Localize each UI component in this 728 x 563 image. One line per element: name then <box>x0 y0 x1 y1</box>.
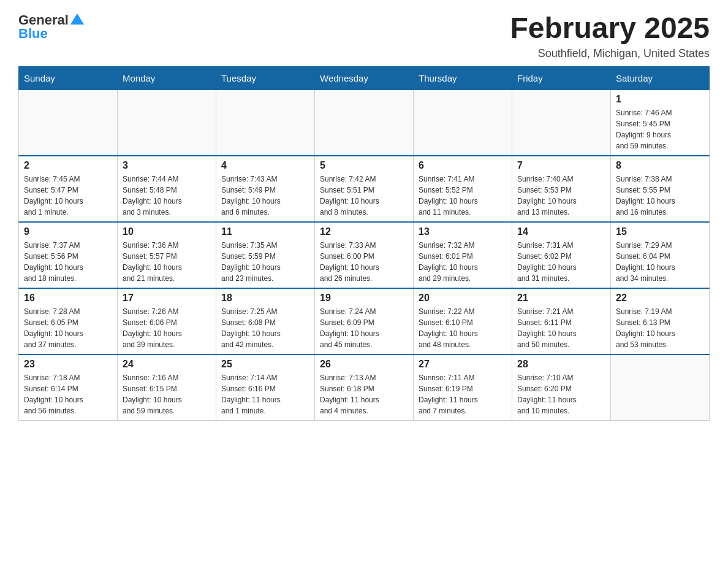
calendar-week-row: 1Sunrise: 7:46 AMSunset: 5:45 PMDaylight… <box>19 90 710 156</box>
logo-blue-text: Blue <box>18 26 48 42</box>
calendar-cell: 20Sunrise: 7:22 AMSunset: 6:10 PMDayligh… <box>414 288 512 354</box>
calendar-cell: 16Sunrise: 7:28 AMSunset: 6:05 PMDayligh… <box>19 288 118 354</box>
calendar-cell: 24Sunrise: 7:16 AMSunset: 6:15 PMDayligh… <box>118 354 216 421</box>
calendar-cell: 13Sunrise: 7:32 AMSunset: 6:01 PMDayligh… <box>414 222 512 288</box>
month-title: February 2025 <box>510 12 710 45</box>
day-number: 12 <box>320 226 408 237</box>
weekday-header-monday: Monday <box>118 66 216 90</box>
day-info: Sunrise: 7:40 AMSunset: 5:53 PMDaylight:… <box>517 174 605 218</box>
logo-triangle-icon <box>70 12 84 26</box>
day-number: 22 <box>616 293 704 304</box>
day-info: Sunrise: 7:19 AMSunset: 6:13 PMDaylight:… <box>616 306 704 350</box>
day-number: 24 <box>123 359 211 370</box>
calendar-week-row: 9Sunrise: 7:37 AMSunset: 5:56 PMDaylight… <box>19 222 710 288</box>
day-number: 6 <box>419 160 507 171</box>
day-number: 21 <box>517 293 605 304</box>
calendar-cell: 14Sunrise: 7:31 AMSunset: 6:02 PMDayligh… <box>512 222 611 288</box>
day-info: Sunrise: 7:37 AMSunset: 5:56 PMDaylight:… <box>24 240 112 284</box>
calendar-cell: 26Sunrise: 7:13 AMSunset: 6:18 PMDayligh… <box>315 354 414 421</box>
calendar-cell: 5Sunrise: 7:42 AMSunset: 5:51 PMDaylight… <box>315 156 414 222</box>
day-number: 23 <box>24 359 112 370</box>
day-info: Sunrise: 7:46 AMSunset: 5:45 PMDaylight:… <box>616 107 704 151</box>
day-info: Sunrise: 7:43 AMSunset: 5:49 PMDaylight:… <box>221 174 309 218</box>
day-number: 7 <box>517 160 605 171</box>
day-info: Sunrise: 7:44 AMSunset: 5:48 PMDaylight:… <box>123 174 211 218</box>
calendar-cell: 28Sunrise: 7:10 AMSunset: 6:20 PMDayligh… <box>512 354 611 421</box>
calendar-week-row: 2Sunrise: 7:45 AMSunset: 5:47 PMDaylight… <box>19 156 710 222</box>
page-header: General Blue February 2025 Southfield, M… <box>18 12 710 60</box>
calendar-cell: 3Sunrise: 7:44 AMSunset: 5:48 PMDaylight… <box>118 156 216 222</box>
day-number: 14 <box>517 226 605 237</box>
calendar-cell: 23Sunrise: 7:18 AMSunset: 6:14 PMDayligh… <box>19 354 118 421</box>
weekday-header-friday: Friday <box>512 66 611 90</box>
title-block: February 2025 Southfield, Michigan, Unit… <box>510 12 710 60</box>
day-info: Sunrise: 7:22 AMSunset: 6:10 PMDaylight:… <box>419 306 507 350</box>
day-number: 26 <box>320 359 408 370</box>
day-info: Sunrise: 7:45 AMSunset: 5:47 PMDaylight:… <box>24 174 112 218</box>
day-number: 10 <box>123 226 211 237</box>
day-info: Sunrise: 7:41 AMSunset: 5:52 PMDaylight:… <box>419 174 507 218</box>
day-info: Sunrise: 7:42 AMSunset: 5:51 PMDaylight:… <box>320 174 408 218</box>
day-info: Sunrise: 7:13 AMSunset: 6:18 PMDaylight:… <box>320 372 408 416</box>
day-info: Sunrise: 7:29 AMSunset: 6:04 PMDaylight:… <box>616 240 704 284</box>
calendar-cell: 17Sunrise: 7:26 AMSunset: 6:06 PMDayligh… <box>118 288 216 354</box>
day-info: Sunrise: 7:24 AMSunset: 6:09 PMDaylight:… <box>320 306 408 350</box>
day-info: Sunrise: 7:26 AMSunset: 6:06 PMDaylight:… <box>123 306 211 350</box>
day-info: Sunrise: 7:10 AMSunset: 6:20 PMDaylight:… <box>517 372 605 416</box>
calendar-cell <box>216 90 315 156</box>
day-number: 27 <box>419 359 507 370</box>
calendar-cell: 21Sunrise: 7:21 AMSunset: 6:11 PMDayligh… <box>512 288 611 354</box>
calendar-cell <box>118 90 216 156</box>
day-number: 8 <box>616 160 704 171</box>
day-info: Sunrise: 7:28 AMSunset: 6:05 PMDaylight:… <box>24 306 112 350</box>
calendar-cell: 8Sunrise: 7:38 AMSunset: 5:55 PMDaylight… <box>611 156 710 222</box>
day-info: Sunrise: 7:18 AMSunset: 6:14 PMDaylight:… <box>24 372 112 416</box>
calendar-cell <box>611 354 710 421</box>
day-info: Sunrise: 7:31 AMSunset: 6:02 PMDaylight:… <box>517 240 605 284</box>
day-number: 18 <box>221 293 309 304</box>
day-number: 15 <box>616 226 704 237</box>
calendar-cell <box>414 90 512 156</box>
day-info: Sunrise: 7:16 AMSunset: 6:15 PMDaylight:… <box>123 372 211 416</box>
day-number: 4 <box>221 160 309 171</box>
calendar-cell: 10Sunrise: 7:36 AMSunset: 5:57 PMDayligh… <box>118 222 216 288</box>
svg-marker-0 <box>70 13 84 25</box>
day-number: 3 <box>123 160 211 171</box>
day-number: 11 <box>221 226 309 237</box>
day-info: Sunrise: 7:32 AMSunset: 6:01 PMDaylight:… <box>419 240 507 284</box>
day-number: 25 <box>221 359 309 370</box>
day-number: 9 <box>24 226 112 237</box>
day-number: 2 <box>24 160 112 171</box>
weekday-header-tuesday: Tuesday <box>216 66 315 90</box>
calendar-cell: 22Sunrise: 7:19 AMSunset: 6:13 PMDayligh… <box>611 288 710 354</box>
calendar-week-row: 23Sunrise: 7:18 AMSunset: 6:14 PMDayligh… <box>19 354 710 421</box>
calendar-cell: 12Sunrise: 7:33 AMSunset: 6:00 PMDayligh… <box>315 222 414 288</box>
logo: General Blue <box>18 12 84 42</box>
day-info: Sunrise: 7:25 AMSunset: 6:08 PMDaylight:… <box>221 306 309 350</box>
calendar-cell: 1Sunrise: 7:46 AMSunset: 5:45 PMDaylight… <box>611 90 710 156</box>
calendar-cell <box>512 90 611 156</box>
day-number: 16 <box>24 293 112 304</box>
weekday-header-sunday: Sunday <box>19 66 118 90</box>
calendar-cell: 25Sunrise: 7:14 AMSunset: 6:16 PMDayligh… <box>216 354 315 421</box>
location-subtitle: Southfield, Michigan, United States <box>510 47 710 60</box>
day-info: Sunrise: 7:21 AMSunset: 6:11 PMDaylight:… <box>517 306 605 350</box>
day-number: 17 <box>123 293 211 304</box>
calendar-cell: 15Sunrise: 7:29 AMSunset: 6:04 PMDayligh… <box>611 222 710 288</box>
day-info: Sunrise: 7:35 AMSunset: 5:59 PMDaylight:… <box>221 240 309 284</box>
day-info: Sunrise: 7:33 AMSunset: 6:00 PMDaylight:… <box>320 240 408 284</box>
weekday-header-row: SundayMondayTuesdayWednesdayThursdayFrid… <box>19 66 710 90</box>
calendar-cell: 9Sunrise: 7:37 AMSunset: 5:56 PMDaylight… <box>19 222 118 288</box>
weekday-header-thursday: Thursday <box>414 66 512 90</box>
day-info: Sunrise: 7:38 AMSunset: 5:55 PMDaylight:… <box>616 174 704 218</box>
calendar-cell: 11Sunrise: 7:35 AMSunset: 5:59 PMDayligh… <box>216 222 315 288</box>
calendar-cell: 18Sunrise: 7:25 AMSunset: 6:08 PMDayligh… <box>216 288 315 354</box>
day-number: 13 <box>419 226 507 237</box>
day-info: Sunrise: 7:11 AMSunset: 6:19 PMDaylight:… <box>419 372 507 416</box>
day-number: 28 <box>517 359 605 370</box>
day-info: Sunrise: 7:36 AMSunset: 5:57 PMDaylight:… <box>123 240 211 284</box>
calendar-week-row: 16Sunrise: 7:28 AMSunset: 6:05 PMDayligh… <box>19 288 710 354</box>
weekday-header-wednesday: Wednesday <box>315 66 414 90</box>
calendar-cell: 27Sunrise: 7:11 AMSunset: 6:19 PMDayligh… <box>414 354 512 421</box>
weekday-header-saturday: Saturday <box>611 66 710 90</box>
